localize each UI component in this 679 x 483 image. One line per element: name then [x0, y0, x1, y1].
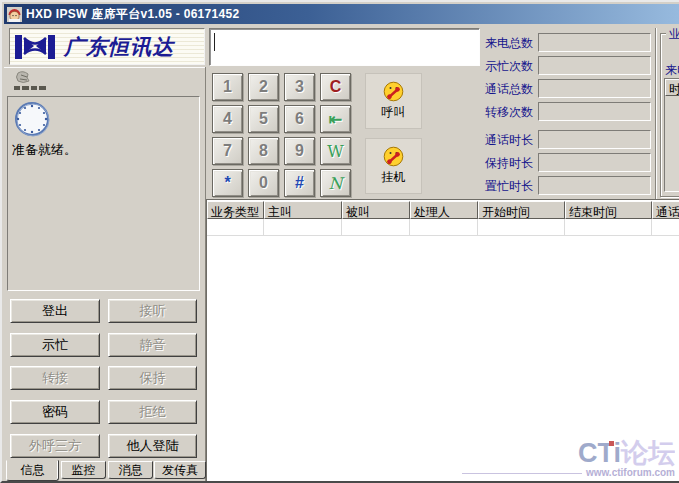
dialpad-key-1[interactable]: 1: [212, 73, 243, 101]
dialpad-key-2[interactable]: 2: [248, 73, 279, 101]
app-window: HXD IPSW 座席平台v1.05 - 06171452 广东恒讯达 来电总数…: [0, 0, 679, 483]
tab-info[interactable]: 信息: [6, 460, 59, 481]
answer-button[interactable]: 接听: [108, 299, 197, 323]
stat-value-field: [538, 56, 651, 75]
dialpad-key-6[interactable]: 6: [284, 105, 315, 133]
dialpad-key-w[interactable]: W: [320, 137, 351, 165]
dialpad-key-4[interactable]: 4: [212, 105, 243, 133]
table-cell: [410, 219, 478, 236]
watermark-rule: [462, 473, 582, 474]
client-area: 业务类型 主叫 被叫 处理人 开始时间 结束时间 通话时长 CTi论坛 www.: [206, 199, 679, 481]
call-button[interactable]: 呼叫: [365, 73, 422, 129]
clock-icon: [12, 100, 52, 140]
dialpad: 1 2 3 C 4 5 6 ⇤ 7 8 9 W * 0 # N: [212, 73, 351, 197]
side-list-header[interactable]: 时间: [665, 79, 679, 96]
brand-logo-icon: [14, 33, 56, 61]
window-title: HXD IPSW 座席平台v1.05 - 06171452: [26, 6, 239, 23]
stat-label: 保持时长: [485, 155, 533, 172]
dialpad-key-backspace[interactable]: ⇤: [320, 105, 351, 133]
watermark-dot: [609, 441, 614, 446]
dialpad-key-star[interactable]: *: [212, 169, 243, 197]
watermark-brand-light: 论坛: [621, 438, 675, 468]
watermark: CTi论坛 www.ctiforum.com: [462, 440, 675, 478]
stat-value-field: [538, 176, 651, 195]
hangup-button-label: 挂机: [382, 169, 406, 186]
other-login-button[interactable]: 他人登陆: [108, 434, 197, 458]
brand-name: 广东恒讯达: [64, 33, 174, 61]
table-cell: [652, 219, 679, 236]
mute-button[interactable]: 静音: [108, 333, 197, 357]
text-caret: [214, 33, 215, 51]
dialpad-key-3[interactable]: 3: [284, 73, 315, 101]
call-table-header: 业务类型 主叫 被叫 处理人 开始时间 结束时间 通话时长: [207, 201, 679, 219]
table-cell: [565, 219, 652, 236]
left-panel: 准备就绪。 登出 接听 示忙 静音 转接 保持 密码 拒绝 外呼三方 他人登陆 …: [4, 67, 205, 481]
tab-monitor[interactable]: 监控: [61, 461, 106, 479]
side-group-title: 业务: [666, 26, 679, 43]
stat-value-field: [538, 102, 651, 121]
table-cell: [264, 219, 342, 236]
side-list: 时间: [664, 78, 679, 192]
dialpad-key-0[interactable]: 0: [248, 169, 279, 197]
status-panel: 准备就绪。: [7, 96, 200, 291]
transfer-button[interactable]: 转接: [10, 366, 100, 390]
dialpad-key-clear[interactable]: C: [320, 73, 351, 101]
table-empty-row: [207, 219, 679, 236]
stat-value-field: [538, 33, 651, 52]
hangup-button[interactable]: 挂机: [365, 138, 422, 194]
dialpad-key-9[interactable]: 9: [284, 137, 315, 165]
stat-value-field: [538, 130, 651, 149]
tab-fax[interactable]: 发传真: [154, 461, 206, 479]
col-handler[interactable]: 处理人: [410, 201, 478, 219]
dialpad-key-n[interactable]: N: [320, 169, 351, 197]
dialpad-key-hash[interactable]: #: [284, 169, 315, 197]
stat-value-field: [538, 79, 651, 98]
outbound-3way-button[interactable]: 外呼三方: [10, 434, 100, 458]
watermark-url: www.ctiforum.com: [586, 468, 675, 478]
hold-button[interactable]: 保持: [108, 366, 197, 390]
col-business-type[interactable]: 业务类型: [207, 201, 264, 219]
app-icon: [7, 7, 22, 22]
stat-label: 置忙时长: [485, 178, 533, 195]
tab-message[interactable]: 消息: [108, 461, 153, 479]
call-button-label: 呼叫: [382, 104, 406, 121]
watermark-brand: CTi论坛: [462, 440, 675, 467]
stat-label: 转移次数: [485, 104, 533, 121]
dialpad-key-7[interactable]: 7: [212, 137, 243, 165]
table-cell: [342, 219, 410, 236]
watermark-brand-strong: CTi: [578, 438, 621, 468]
titlebar[interactable]: HXD IPSW 座席平台v1.05 - 06171452: [4, 4, 679, 24]
side-group: 业务 来电 时间: [660, 33, 679, 197]
col-callee[interactable]: 被叫: [342, 201, 410, 219]
dialpad-key-5[interactable]: 5: [248, 105, 279, 133]
panel-divider: [655, 28, 657, 200]
col-end-time[interactable]: 结束时间: [565, 201, 652, 219]
agent-stamp-icon: [10, 70, 56, 96]
col-duration[interactable]: 通话时长: [652, 201, 679, 219]
reject-button[interactable]: 拒绝: [108, 400, 197, 424]
number-display-input[interactable]: [209, 28, 480, 66]
status-message: 准备就绪。: [12, 141, 77, 159]
logout-button[interactable]: 登出: [10, 299, 100, 323]
side-label: 来电: [665, 62, 679, 79]
busy-button[interactable]: 示忙: [10, 333, 100, 357]
table-cell: [207, 219, 264, 236]
phone-smiley-icon: [383, 146, 404, 167]
col-start-time[interactable]: 开始时间: [478, 201, 565, 219]
stat-label: 通话总数: [485, 81, 533, 98]
stat-value-field: [538, 153, 651, 172]
password-button[interactable]: 密码: [10, 400, 100, 424]
stat-label: 通话时长: [485, 132, 533, 149]
main-divider: [205, 67, 206, 481]
stat-label: 示忙次数: [485, 58, 533, 75]
col-caller[interactable]: 主叫: [264, 201, 342, 219]
stat-label: 来电总数: [485, 35, 533, 52]
brand-panel: 广东恒讯达: [9, 28, 205, 65]
dialpad-key-8[interactable]: 8: [248, 137, 279, 165]
table-cell: [478, 219, 565, 236]
phone-smiley-icon: [383, 81, 404, 102]
